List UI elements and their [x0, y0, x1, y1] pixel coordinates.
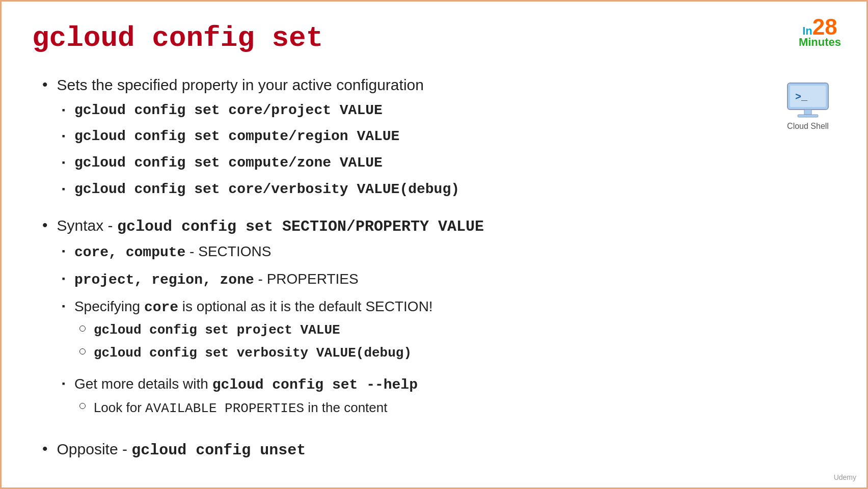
bullet-2-content: Syntax - gcloud config set SECTION/PROPE… [57, 215, 836, 430]
sub-marker-1-2: ▪ [62, 130, 65, 142]
sub-2-3-bold: core [144, 300, 178, 315]
sub-sub-bullet-2-3-1: gcloud config set project VALUE [79, 321, 836, 339]
bullet-dot-3: • [42, 440, 48, 457]
sub-text-1-4: gcloud config set core/verbosity VALUE(d… [74, 180, 836, 199]
page-title: gcloud config set [32, 22, 836, 55]
cloud-shell-label: Cloud Shell [777, 122, 838, 131]
cloud-shell-icon: >_ [785, 80, 831, 119]
content-area: • Sets the specified property in your ac… [32, 75, 836, 460]
svg-text:>_: >_ [795, 91, 808, 103]
logo-minutes: Minutes [799, 36, 841, 49]
sub-text-2-1: core, compute - SECTIONS [74, 242, 836, 262]
sub-text-2-3: Specifying core is optional as it is the… [74, 297, 836, 367]
sub-sub-bullet-2-4-1: Look for AVAILABLE PROPERTIES in the con… [79, 399, 836, 418]
bullet-3-code: gcloud config unset [131, 442, 306, 459]
sub-sub-2-4-mono: AVAILABLE PROPERTIES [145, 401, 304, 416]
sub-2-2-code: project, region, zone [74, 272, 254, 288]
sub-sub-text-2-3-1: gcloud config set project VALUE [94, 321, 836, 339]
sub-2-2-suffix: - PROPERTIES [254, 271, 359, 287]
sub-2-3-suffix: is optional as it is the default SECTION… [178, 298, 433, 314]
sub-bullet-2-4: ▪ Get more details with gcloud config se… [62, 374, 836, 423]
bullet-1-content: Sets the specified property in your acti… [57, 75, 836, 206]
sub-2-4-code: gcloud config set --help [212, 377, 418, 393]
sub-sub-text-2-4-1: Look for AVAILABLE PROPERTIES in the con… [94, 399, 836, 418]
bullet-1-text: Sets the specified property in your acti… [57, 76, 424, 93]
sub-sub-marker-2-3-1 [79, 325, 86, 332]
sub-sub-bullet-2-3-2: gcloud config set verbosity VALUE(debug) [79, 344, 836, 362]
sub-sub-2-4-text: Look for [94, 400, 145, 415]
main-bullet-1: • Sets the specified property in your ac… [42, 75, 836, 206]
sub-bullet-1-4: ▪ gcloud config set core/verbosity VALUE… [62, 180, 836, 199]
sub-2-1-suffix: - SECTIONS [185, 243, 271, 259]
svg-rect-3 [804, 110, 811, 115]
main-bullet-2: • Syntax - gcloud config set SECTION/PRO… [42, 215, 836, 430]
sub-marker-2-2: ▪ [62, 273, 65, 285]
sub-bullet-1-1: ▪ gcloud config set core/project VALUE [62, 101, 836, 120]
sub-marker-2-4: ▪ [62, 377, 65, 390]
sub-text-1-2: gcloud config set compute/region VALUE [74, 127, 836, 146]
sub-bullet-1-2: ▪ gcloud config set compute/region VALUE [62, 127, 836, 146]
sub-bullet-2-2: ▪ project, region, zone - PROPERTIES [62, 269, 836, 290]
sub-bullet-2-3: ▪ Specifying core is optional as it is t… [62, 297, 836, 367]
sub-text-1-1: gcloud config set core/project VALUE [74, 101, 836, 120]
svg-rect-4 [798, 115, 818, 117]
sub-bullet-1-3: ▪ gcloud config set compute/zone VALUE [62, 153, 836, 173]
bullet-3-content: Opposite - gcloud config unset [57, 439, 836, 461]
sub-sub-2-4-text2: in the content [304, 400, 387, 415]
sub-marker-1-1: ▪ [62, 104, 65, 116]
sub-2-1-code: core, compute [74, 244, 185, 260]
sub-marker-2-3: ▪ [62, 300, 65, 312]
sub-text-2-4: Get more details with gcloud config set … [74, 374, 836, 423]
logo: In28 Minutes [799, 14, 841, 49]
sub-marker-2-1: ▪ [62, 245, 65, 257]
bullet-dot-1: • [42, 76, 48, 93]
bullet-2-prefix: Syntax - [57, 217, 117, 234]
sub-2-3-prefix: Specifying [74, 298, 144, 314]
sub-bullet-2-1: ▪ core, compute - SECTIONS [62, 242, 836, 262]
sub-sub-text-2-3-2: gcloud config set verbosity VALUE(debug) [94, 344, 836, 362]
sub-2-4-prefix: Get more details with [74, 376, 212, 392]
sub-sub-list-2-3: gcloud config set project VALUE gcloud c… [74, 321, 836, 362]
bullet-2-sublist: ▪ core, compute - SECTIONS ▪ project, re… [57, 242, 836, 422]
bullet-dot-2: • [42, 216, 48, 234]
bullet-1-sublist: ▪ gcloud config set core/project VALUE ▪… [57, 101, 836, 199]
sub-sub-list-2-4: Look for AVAILABLE PROPERTIES in the con… [74, 399, 836, 418]
main-bullet-3: • Opposite - gcloud config unset [42, 439, 836, 461]
sub-text-1-3: gcloud config set compute/zone VALUE [74, 153, 836, 173]
watermark: Udemy [834, 473, 856, 481]
slide-container: In28 Minutes >_ Cloud Shell gcloud confi… [2, 2, 866, 487]
sub-sub-marker-2-3-2 [79, 348, 86, 355]
bullet-2-code: gcloud config set SECTION/PROPERTY VALUE [117, 218, 484, 235]
cloud-shell-area: >_ Cloud Shell [777, 80, 838, 131]
bullet-3-prefix: Opposite - [57, 441, 132, 457]
sub-sub-marker-2-4-1 [79, 403, 86, 409]
sub-marker-1-3: ▪ [62, 156, 65, 169]
sub-text-2-2: project, region, zone - PROPERTIES [74, 269, 836, 290]
sub-marker-1-4: ▪ [62, 183, 65, 195]
